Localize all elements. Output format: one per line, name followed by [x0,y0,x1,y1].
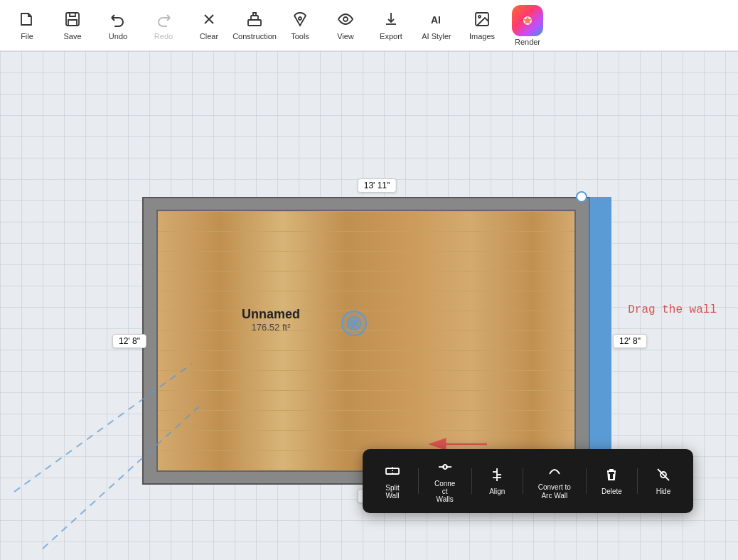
view-label: View [337,33,354,41]
convert-arc-wall-button[interactable]: Convert to Arc Wall [530,460,579,503]
right-wall[interactable] [589,197,611,485]
tools-button[interactable]: Tools [279,3,321,48]
context-toolbar: Split Wall Connect Walls [363,449,693,513]
ctx-divider-1 [418,468,419,494]
construction-label: Construction [232,33,277,41]
ai-styler-icon: AI [428,11,445,31]
align-icon [489,467,505,485]
toolbar: File Save Undo Redo [0,0,738,51]
corner-top-right[interactable] [576,191,587,203]
undo-label: Undo [109,33,127,41]
room-floor [156,210,576,472]
delete-label: Delete [601,488,622,495]
render-button[interactable]: Render [506,3,549,48]
images-label: Images [469,33,495,41]
move-handle[interactable] [341,311,367,336]
convert-arc-wall-label: Convert to Arc Wall [538,483,572,500]
dimension-right: 12' 8" [613,334,647,348]
ctx-divider-3 [523,468,523,494]
canvas-area[interactable]: 13' 11" 13' 11" 12' 8" 12' 8" Unnamed 17… [0,51,738,560]
room-area: 176.52 ft² [242,322,300,333]
render-icon [512,5,543,36]
dimension-top: 13' 11" [358,178,397,193]
clear-label: Clear [200,33,218,41]
undo-icon [109,11,127,31]
ctx-divider-4 [586,468,587,494]
images-icon [474,11,491,31]
split-wall-label: Split Wall [381,484,404,500]
undo-button[interactable]: Undo [97,3,139,48]
svg-point-6 [343,17,348,21]
clear-button[interactable]: Clear [188,3,230,48]
construction-icon [246,11,263,31]
tools-icon [292,11,309,31]
file-icon [18,11,36,31]
svg-point-17 [353,322,355,325]
export-icon [383,11,400,31]
connect-walls-icon [437,459,453,477]
drag-wall-label: Drag the wall [628,303,717,316]
split-wall-icon [385,463,400,481]
split-wall-button[interactable]: Split Wall [374,461,411,502]
convert-arc-wall-icon [547,463,562,480]
align-label: Align [489,488,505,495]
images-button[interactable]: Images [461,3,503,48]
dimension-left: 12' 8" [112,334,146,348]
export-label: Export [380,33,402,41]
connect-walls-button[interactable]: Connect Walls [426,456,464,506]
redo-button[interactable]: Redo [142,3,185,48]
construction-button[interactable]: Construction [233,3,276,48]
delete-icon [604,467,619,485]
svg-rect-3 [248,20,261,26]
hide-icon [656,467,671,485]
view-icon [337,11,354,31]
room-container[interactable]: 13' 11" 13' 11" 12' 8" 12' 8" Unnamed 17… [142,197,611,485]
svg-point-5 [299,17,301,20]
ctx-divider-5 [637,468,638,494]
export-button[interactable]: Export [370,3,412,48]
save-button[interactable]: Save [51,3,94,48]
save-label: Save [63,33,81,41]
svg-point-9 [478,16,481,18]
move-circle [341,311,367,336]
redo-icon [155,11,172,31]
file-label: File [21,33,33,41]
view-button[interactable]: View [324,3,367,48]
svg-text:AI: AI [431,14,441,26]
ai-styler-label: AI Styler [422,33,451,41]
clear-icon [200,11,218,31]
ai-styler-button[interactable]: AI AI Styler [415,3,458,48]
hide-button[interactable]: Hide [645,464,682,498]
room-name: Unnamed [242,307,300,322]
align-button[interactable]: Align [478,464,515,498]
connect-walls-label: Connect Walls [433,480,457,503]
room-label: Unnamed 176.52 ft² [242,307,300,333]
redo-label: Redo [154,33,173,41]
render-label: Render [515,38,540,46]
hide-label: Hide [656,488,671,495]
file-button[interactable]: File [6,3,48,48]
tools-label: Tools [291,33,309,41]
ctx-divider-2 [471,468,472,494]
delete-button[interactable]: Delete [593,464,630,498]
svg-line-29 [658,469,669,480]
save-icon [64,11,81,31]
